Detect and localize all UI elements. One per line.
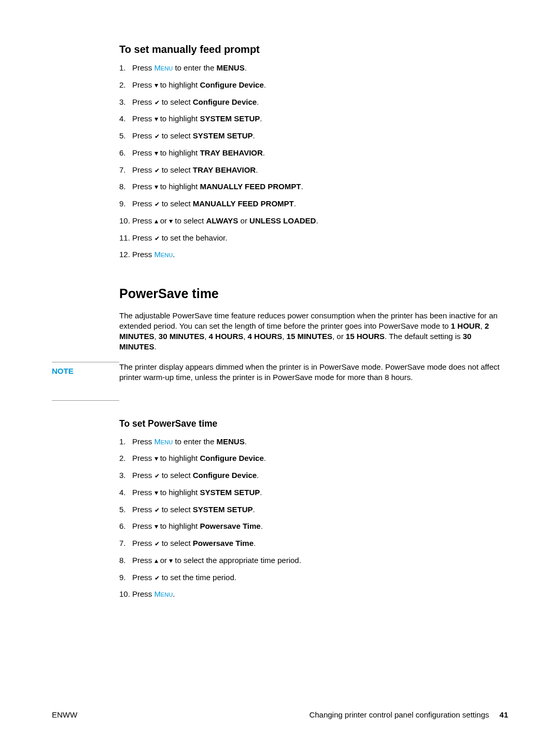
list-item: 1.Press Menu to enter the MENUS. bbox=[119, 63, 508, 73]
list-item: 4.Press to highlight SYSTEM SETUP. bbox=[119, 114, 508, 124]
step-number: 12. bbox=[119, 249, 132, 260]
step-number: 9. bbox=[119, 199, 132, 209]
step-number: 1. bbox=[119, 63, 132, 73]
step-number: 10. bbox=[119, 589, 132, 599]
step-number: 6. bbox=[119, 521, 132, 531]
step-number: 2. bbox=[119, 453, 132, 463]
list-item: 2.Press to highlight Configure Device. bbox=[119, 453, 508, 463]
list-item: 12.Press Menu. bbox=[119, 249, 508, 260]
up-arrow-icon bbox=[155, 216, 158, 226]
down-arrow-icon bbox=[155, 148, 158, 158]
step-number: 5. bbox=[119, 504, 132, 515]
list-item: 2.Press to highlight Configure Device. bbox=[119, 80, 508, 90]
step-number: 4. bbox=[119, 487, 132, 498]
page-number: 41 bbox=[499, 710, 508, 719]
menu-label: Menu bbox=[155, 437, 173, 446]
list-item: 3.Press to select Configure Device. bbox=[119, 97, 508, 107]
list-item: 4.Press to highlight SYSTEM SETUP. bbox=[119, 487, 508, 498]
check-icon bbox=[155, 538, 160, 549]
step-number: 5. bbox=[119, 131, 132, 141]
section-heading-3: To set PowerSave time bbox=[52, 418, 508, 429]
down-arrow-icon bbox=[169, 555, 173, 566]
footer-left: ENWW bbox=[52, 710, 77, 719]
check-icon bbox=[155, 131, 160, 141]
footer-right-text: Changing printer control panel configura… bbox=[309, 710, 489, 719]
check-icon bbox=[155, 233, 160, 243]
list-item: 9.Press to select MANUALLY FEED PROMPT. bbox=[119, 199, 508, 209]
list-item: 9.Press to set the time period. bbox=[119, 572, 508, 583]
down-arrow-icon bbox=[155, 487, 158, 498]
down-arrow-icon bbox=[155, 521, 158, 531]
check-icon bbox=[155, 199, 160, 209]
note-label: NOTE bbox=[52, 362, 119, 401]
check-icon bbox=[155, 165, 160, 175]
step-number: 11. bbox=[119, 233, 132, 243]
list-item: 10.Press or to select ALWAYS or UNLESS L… bbox=[119, 216, 508, 226]
menu-label: Menu bbox=[155, 589, 173, 598]
menu-label: Menu bbox=[155, 63, 173, 72]
list-item: 6.Press to highlight TRAY BEHAVIOR. bbox=[119, 148, 508, 158]
list-item: 11.Press to set the behavior. bbox=[119, 233, 508, 243]
step-number: 3. bbox=[119, 470, 132, 481]
menu-label: Menu bbox=[155, 250, 173, 259]
list-item: 3.Press to select Configure Device. bbox=[119, 470, 508, 481]
list-item: 7.Press to select Powersave Time. bbox=[119, 538, 508, 549]
list-item: 5.Press to select SYSTEM SETUP. bbox=[119, 131, 508, 141]
down-arrow-icon bbox=[155, 114, 158, 124]
section-heading-2: PowerSave time bbox=[52, 286, 508, 301]
step-number: 6. bbox=[119, 148, 132, 158]
down-arrow-icon bbox=[155, 181, 158, 192]
paragraph: The adjustable PowerSave time feature re… bbox=[52, 311, 508, 353]
check-icon bbox=[155, 504, 160, 515]
steps-list-1: 1.Press Menu to enter the MENUS. 2.Press… bbox=[52, 63, 508, 260]
check-icon bbox=[155, 470, 160, 481]
step-number: 7. bbox=[119, 165, 132, 175]
step-number: 4. bbox=[119, 114, 132, 124]
note-block: NOTE The printer display appears dimmed … bbox=[52, 362, 508, 401]
check-icon bbox=[155, 97, 160, 107]
steps-list-2: 1.Press Menu to enter the MENUS. 2.Press… bbox=[52, 437, 508, 600]
list-item: 6.Press to highlight Powersave Time. bbox=[119, 521, 508, 531]
step-number: 3. bbox=[119, 97, 132, 107]
step-number: 9. bbox=[119, 572, 132, 583]
note-body: The printer display appears dimmed when … bbox=[119, 362, 508, 401]
page-footer: ENWW Changing printer control panel conf… bbox=[52, 710, 508, 719]
down-arrow-icon bbox=[169, 216, 173, 226]
list-item: 8.Press to highlight MANUALLY FEED PROMP… bbox=[119, 181, 508, 192]
check-icon bbox=[155, 572, 160, 583]
step-number: 8. bbox=[119, 555, 132, 566]
down-arrow-icon bbox=[155, 80, 158, 90]
step-number: 8. bbox=[119, 181, 132, 192]
list-item: 7.Press to select TRAY BEHAVIOR. bbox=[119, 165, 508, 175]
step-number: 10. bbox=[119, 216, 132, 226]
step-number: 1. bbox=[119, 437, 132, 447]
section-heading-1: To set manually feed prompt bbox=[52, 44, 508, 55]
list-item: 10.Press Menu. bbox=[119, 589, 508, 599]
up-arrow-icon bbox=[155, 555, 158, 566]
down-arrow-icon bbox=[155, 453, 158, 463]
list-item: 1.Press Menu to enter the MENUS. bbox=[119, 437, 508, 447]
list-item: 8.Press or to select the appropriate tim… bbox=[119, 555, 508, 566]
step-number: 2. bbox=[119, 80, 132, 90]
list-item: 5.Press to select SYSTEM SETUP. bbox=[119, 504, 508, 515]
step-number: 7. bbox=[119, 538, 132, 549]
